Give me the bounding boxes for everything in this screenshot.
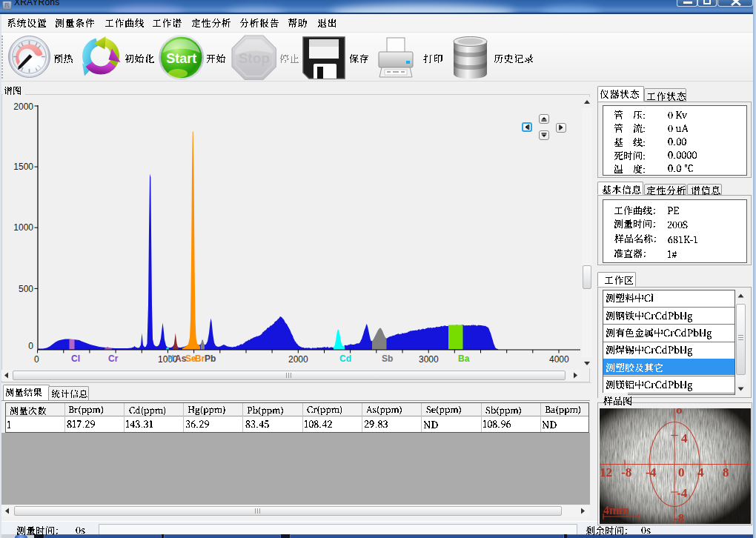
svg-text:8: 8 (723, 465, 729, 479)
svg-text:12: 12 (600, 465, 612, 479)
svg-text:4: 4 (697, 465, 704, 479)
svg-text:-8: -8 (621, 465, 631, 479)
svg-text:-4: -4 (646, 465, 657, 479)
svg-text:4mm: 4mm (603, 504, 629, 517)
svg-text:8: 8 (676, 408, 683, 416)
svg-text:-8: -8 (674, 511, 684, 524)
svg-text:0: 0 (678, 465, 685, 479)
svg-text:4: 4 (681, 431, 688, 445)
svg-text:-4: -4 (677, 486, 688, 500)
